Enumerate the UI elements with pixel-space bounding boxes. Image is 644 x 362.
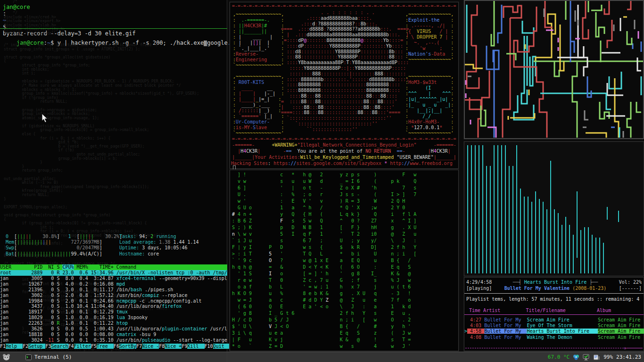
matrix-line: G U o 1 a ^ h / * Q ' X ;w 2 Y 0 — [232, 205, 416, 211]
htop-table-header[interactable]: USER PID NI S CPU% MEM% TIME+ Command — [0, 264, 227, 270]
viz-bar — [584, 227, 585, 273]
pipe-segment — [503, 18, 510, 138]
audio-visualizer-terminal[interactable] — [464, 141, 644, 276]
text-line: ,~~~~~~~~~~~~~~~~, — [233, 12, 284, 17]
volume-label: Vol: 22% — [619, 280, 642, 285]
tray-blue-icon[interactable] — [573, 354, 579, 361]
text-line: : | |[]| | : — [233, 40, 284, 46]
text-line: : .------, ./| : — [405, 23, 454, 29]
matrix-line: w = J a c # d D Y Z @ Z u e 7 f o — [232, 297, 416, 304]
fkey-F7[interactable]: F7 — [136, 344, 142, 349]
text-line: Hostname: core — [119, 251, 199, 257]
taskbar-window-label: Terminal (5) — [34, 354, 72, 360]
fkey-F8[interactable]: F8 — [159, 344, 165, 349]
process-row[interactable]: root 2889 0 R 23.0 0.6 15:34.96 /usr/bin… — [0, 270, 227, 276]
cmatrix-terminal[interactable]: ] ! c * h @ 2 y z p s ) F w v w s u u W … — [230, 170, 459, 351]
pipe-segment — [591, 5, 602, 10]
fkey-F1[interactable]: F1 — [0, 344, 6, 349]
process-row[interactable]: jan 3024 -11 S 0.0 0.1 0:35.10 /usr/bin/… — [0, 337, 227, 343]
taskbar-window-button[interactable]: Terminal (5) — [23, 354, 74, 361]
skull-line: =::::dP@:::::::888888888888@:::::::Yb:::… — [281, 38, 409, 43]
fkey-F10[interactable]: F10 — [205, 344, 213, 349]
skull-line: :::::8888888b::::::::.'::::::d8888888b::… — [281, 77, 409, 82]
matrix-line: r e w T 0 Z c , 7 u G ; f s % J w — [232, 277, 416, 284]
pipe-segment — [481, 106, 486, 126]
fkey-F2[interactable]: F2 — [23, 344, 28, 349]
viz-bar — [607, 207, 608, 220]
monitor-check-icon[interactable] — [583, 354, 590, 361]
fkey-F9[interactable]: F9 — [182, 344, 187, 349]
htop-process-list[interactable]: root 2889 0 R 23.0 0.6 15:34.96 /usr/bin… — [0, 270, 227, 343]
text-line: : |____|_|=_| : — [233, 97, 284, 102]
text-line: `~~~~~~~~~~~~~~~' — [405, 57, 454, 63]
xfce-menu-icon[interactable] — [2, 354, 10, 361]
pipe-segment — [583, 1, 588, 39]
ncmpcpp-player[interactable]: 4:29/4:58 ──┤ Hearts Burst Into Fire ├──… — [464, 277, 644, 351]
viz-bar — [520, 189, 521, 273]
matrix-line: n \ w v 5 I q F 1 ' T 2 i0 @ Z u — [232, 231, 416, 238]
htop-info-column: Tasks: 94; 2 runningLoad average: 1.38 1… — [119, 234, 199, 257]
text-line: :H4x0r-HoM3- : — [405, 119, 454, 125]
process-row[interactable]: jan 21396 0 S 3.0 0.1 0:11.17 /bin/bash … — [0, 287, 227, 293]
viz-bar — [569, 225, 570, 273]
matrix-line: : B 6 Z F s 5 w Q ^ 0 ? Z7 x ^ I ] — [232, 218, 416, 224]
terminal-window-left[interactable]: /* jan@core:~$ byzanz-record --delay=3 -… — [0, 0, 227, 362]
pipe-segment — [554, 61, 559, 76]
process-row[interactable]: jan 19984 0 S 2.0 0.1 0:24.66 ncmpcpp -c… — [0, 298, 227, 304]
process-row[interactable]: jan 18917 0 S 1.0 0.1 0:12.29 tmux — [0, 309, 227, 315]
text-line: :Ur-Computer- : — [233, 119, 284, 125]
fkey-F6[interactable]: F6 — [114, 344, 119, 349]
playlist-song-row[interactable]: 4:03 Bullet For My Eye Of The Storm Scre… — [464, 323, 644, 329]
playlist[interactable]: 4:27 Bullet For My Scream Aim Fire Screa… — [464, 317, 644, 340]
viz-bar — [554, 209, 555, 273]
system-tray: 67.0 °C 99% 23:41.23 — [548, 354, 644, 361]
process-row[interactable]: jan 3626 0 S 0.0 0.5 1:00.43 /usr/lib/au… — [0, 326, 227, 332]
skull-line: ::::Y8baaaaaaaaaa88P:T:Y88aaaaaaaaaad8P:… — [281, 60, 409, 66]
playlist-song-row[interactable]: 4:08 Bullet For My Waking The Demon Scre… — [464, 335, 644, 340]
matrix-line: H / c D b 5 / J n ; i [ w O . 2 — [232, 317, 416, 323]
process-row[interactable]: jan 19267 0 S 4.0 0.2 0:16.08 mpd — [0, 281, 227, 287]
playlist-song-row[interactable]: 4:27 Bullet For My Scream Aim Fire Screa… — [464, 317, 644, 323]
ascii-art-terminal[interactable]: =-=-=-=-=-=-=-=-=-=-=-=-=-=-=-=-=-=-=-=-… — [230, 2, 459, 169]
process-row[interactable]: jan 3005 0 S 8.0 0.4 3:24.87 xfce4-termi… — [0, 276, 227, 281]
viz-bar — [546, 209, 547, 273]
process-row[interactable]: jan 18818 0 S 0.0 0.0 0:08.00 cmatrix -b… — [0, 332, 227, 337]
text-line: : R00T-KITS : — [233, 80, 284, 85]
process-row[interactable]: jan 22263 0 R 1.0 0.1 0:11.22 htop — [0, 321, 227, 326]
skull-line: | ::::88:::88::::::::::::::88::88::::' — [281, 105, 409, 110]
matrix-line: h q h @ = & D < Y < K ( 6 O : E q S — [232, 264, 416, 271]
art-box-virus: ,~~~~~~~~~~~~~~~,:Exploit-the :: .------… — [405, 12, 454, 63]
text-line: `~~~~~~~~~~~~~~~' — [405, 131, 454, 136]
pipe-segment — [471, 5, 477, 46]
taskbar[interactable]: Terminal (5) 67.0 °C 99% 23:41.23 — [0, 352, 644, 362]
matrix-rain: ] ! c * h @ 2 y z p s ) F w v w s u u W … — [232, 172, 416, 350]
power-battery-icon[interactable] — [593, 354, 600, 361]
pipe-segment — [465, 65, 483, 68]
clock[interactable]: 23:41.23 — [616, 354, 641, 360]
process-row[interactable]: jan 3002 0 S 2.0 0.8 1:57.12 /usr/bin/co… — [0, 293, 227, 298]
text-line: |H4CK3R| -== You are at the point of NO … — [231, 148, 457, 154]
pipe-segment — [636, 102, 641, 112]
fkey-F5[interactable]: F5 — [91, 344, 97, 349]
elapsed-time: 4:29/4:58 — [466, 280, 492, 285]
skull-line: :::d8::::::::::::Y8888888P::::::::::8b::… — [281, 49, 409, 55]
matrix-line: o a f b L ' = w ; 1 h x 7 j u ( t 6 — [232, 284, 416, 290]
pipe-segment — [627, 102, 631, 138]
text-line: :|u|_^^^^^^_|u| : — [405, 97, 454, 102]
playlist-song-row[interactable]: > 4:58 Bullet For My Hearts Burst Into F… — [464, 329, 644, 334]
fkey-F4[interactable]: F4 — [68, 344, 74, 349]
viz-bar — [509, 166, 510, 273]
pipes-terminal[interactable] — [464, 0, 644, 139]
text-line: :{ VIRUS / | : — [405, 29, 454, 34]
process-row[interactable]: jan 3437 0 S 1.0 10.4 11:04.40 /usr/lib/… — [0, 304, 227, 309]
text-line: : 'w ; : — [405, 46, 454, 51]
fkey-F3[interactable]: F3 — [45, 344, 51, 349]
viz-bar — [580, 230, 581, 273]
now-playing-line-2: [playing] Bullet For My Valentine (2008-… — [464, 286, 644, 291]
text-line: :Reverse- : — [233, 51, 284, 57]
text-line: : ||H4CK3R|# : — [233, 23, 284, 29]
viz-bar — [588, 227, 589, 273]
htop-function-keys[interactable]: F1Help F2Setup F3SearchF4FilterF5Tree F6… — [0, 343, 227, 349]
process-row[interactable]: jan 18029 0 S 1.0 0.0 0:16.19 lua 3spook… — [0, 315, 227, 321]
pipe-segment — [557, 58, 587, 76]
